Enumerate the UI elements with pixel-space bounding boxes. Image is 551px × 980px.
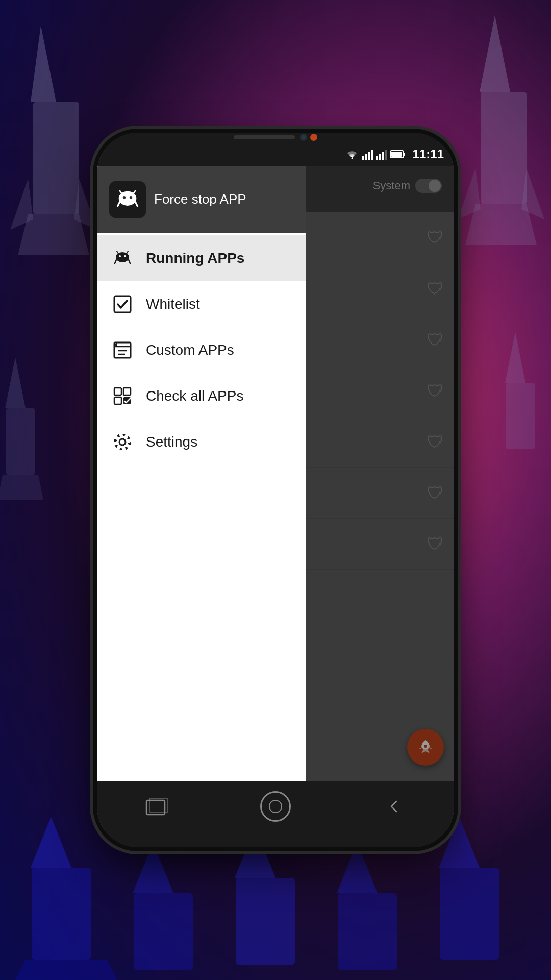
phone-camera-dot <box>302 135 306 139</box>
svg-line-52 <box>133 191 135 194</box>
status-icons: 11:11 <box>345 147 444 161</box>
svg-rect-60 <box>114 296 131 312</box>
status-bar: 11:11 <box>97 142 454 166</box>
drawer-header-title: Force stop APP <box>154 191 246 208</box>
signal-icon-2 <box>376 149 387 160</box>
svg-line-51 <box>120 191 122 194</box>
status-time: 11:11 <box>413 147 444 161</box>
menu-item-running-apps[interactable]: Running APPs <box>97 235 306 281</box>
svg-point-72 <box>269 800 282 813</box>
wifi-icon <box>345 149 359 160</box>
svg-line-50 <box>135 202 137 206</box>
navigation-drawer: Force stop APP <box>97 166 306 781</box>
svg-rect-37 <box>391 152 402 157</box>
menu-item-settings[interactable]: Settings <box>97 419 306 465</box>
phone-top-bar <box>97 133 454 142</box>
drawer-menu: Running APPs Whitelist <box>97 233 306 781</box>
menu-item-whitelist[interactable]: Whitelist <box>97 281 306 327</box>
settings-label: Settings <box>146 434 197 450</box>
whitelist-icon <box>111 293 134 315</box>
drawer-header: Force stop APP <box>97 166 306 233</box>
menu-item-custom-apps[interactable]: Custom APPs <box>97 327 306 373</box>
svg-rect-36 <box>404 153 405 156</box>
svg-line-56 <box>115 260 116 263</box>
running-apps-label: Running APPs <box>146 250 244 266</box>
drawer-header-icon <box>109 181 146 218</box>
custom-apps-icon <box>111 339 134 361</box>
recents-button[interactable] <box>141 796 172 817</box>
phone-bottom-edge <box>97 832 454 847</box>
svg-point-47 <box>123 196 126 199</box>
settings-icon <box>111 431 134 453</box>
phone-camera-led <box>310 134 317 141</box>
check-all-apps-icon <box>111 385 134 407</box>
android-icon-drawer <box>114 186 141 213</box>
signal-icon-1 <box>362 149 373 160</box>
check-all-apps-label: Check all APPs <box>146 388 243 404</box>
svg-rect-34 <box>385 150 387 160</box>
phone-frame: 11:11 <box>97 133 454 847</box>
svg-line-58 <box>117 251 118 254</box>
home-button[interactable] <box>260 791 291 822</box>
app-area: System 🛡 🛡 🛡 🛡 <box>97 166 454 781</box>
svg-point-69 <box>119 439 126 445</box>
drawer-header-text: Force stop APP <box>154 191 246 208</box>
back-button[interactable] <box>379 796 410 817</box>
svg-point-26 <box>351 158 353 159</box>
svg-rect-32 <box>379 154 381 160</box>
svg-rect-27 <box>362 156 364 160</box>
battery-icon <box>390 150 406 159</box>
svg-line-49 <box>118 202 120 206</box>
nav-bar <box>97 781 454 832</box>
menu-item-check-all-apps[interactable]: Check all APPs <box>97 373 306 419</box>
svg-rect-29 <box>368 152 370 160</box>
phone-camera <box>300 134 307 141</box>
phone-speaker <box>234 135 295 139</box>
custom-apps-label: Custom APPs <box>146 342 234 358</box>
running-apps-icon <box>111 247 134 270</box>
svg-point-54 <box>119 255 121 257</box>
svg-rect-65 <box>114 388 121 395</box>
svg-rect-30 <box>371 150 373 160</box>
svg-rect-66 <box>123 388 131 395</box>
whitelist-label: Whitelist <box>146 296 200 312</box>
svg-rect-33 <box>382 152 384 160</box>
svg-line-57 <box>129 260 130 263</box>
svg-rect-67 <box>114 397 121 404</box>
svg-point-55 <box>124 255 126 257</box>
svg-rect-31 <box>376 156 378 160</box>
svg-line-59 <box>127 251 128 254</box>
svg-point-48 <box>130 196 132 199</box>
phone-screen: 11:11 <box>97 142 454 832</box>
svg-rect-28 <box>365 154 367 160</box>
